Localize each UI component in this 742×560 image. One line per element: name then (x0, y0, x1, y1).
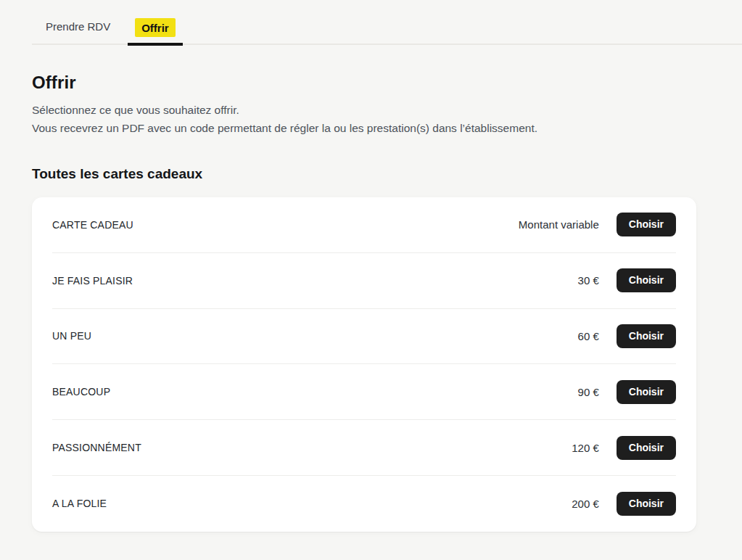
tab-prendre-rdv[interactable]: Prendre RDV (38, 20, 118, 44)
gift-card-amount: 200 € (572, 498, 599, 510)
choisir-button[interactable]: Choisir (617, 324, 676, 348)
gift-card-amount: 60 € (578, 330, 599, 342)
choisir-button[interactable]: Choisir (617, 380, 676, 404)
choisir-button[interactable]: Choisir (617, 492, 676, 516)
gift-card-row: CARTE CADEAU Montant variable Choisir (52, 197, 676, 253)
gift-card-name: PASSIONNÉMENT (52, 442, 572, 453)
gift-card-row: JE FAIS PLAISIR 30 € Choisir (52, 253, 676, 309)
choisir-button[interactable]: Choisir (617, 213, 676, 236)
gift-card-amount: 30 € (578, 274, 599, 287)
tab-bar: Prendre RDV Offrir (32, 0, 742, 45)
gift-card-name: JE FAIS PLAISIR (52, 275, 578, 287)
gift-card-name: CARTE CADEAU (52, 219, 519, 231)
choisir-button[interactable]: Choisir (617, 436, 676, 460)
choisir-button[interactable]: Choisir (617, 268, 676, 292)
gift-card-row: PASSIONNÉMENT 120 € Choisir (52, 420, 676, 476)
gift-card-list: CARTE CADEAU Montant variable Choisir JE… (32, 197, 696, 532)
gift-card-row: UN PEU 60 € Choisir (52, 309, 676, 365)
section-title: Toutes les cartes cadeaux (32, 166, 696, 182)
page-description-line1: Sélectionnez ce que vous souhaitez offri… (32, 104, 239, 116)
gift-card-amount: 120 € (572, 442, 599, 454)
page-description-line2: Vous recevrez un PDF avec un code permet… (32, 122, 537, 134)
gift-card-amount: 90 € (578, 386, 599, 398)
page-description: Sélectionnez ce que vous souhaitez offri… (32, 101, 696, 137)
gift-card-row: A LA FOLIE 200 € Choisir (52, 476, 676, 532)
gift-card-amount: Montant variable (519, 218, 599, 231)
page-title: Offrir (32, 73, 696, 93)
tab-prendre-rdv-label: Prendre RDV (46, 20, 110, 33)
gift-card-name: A LA FOLIE (52, 498, 572, 509)
gift-card-row: BEAUCOUP 90 € Choisir (52, 364, 676, 420)
tab-offrir[interactable]: Offrir (128, 22, 183, 46)
tab-offrir-label: Offrir (135, 18, 176, 37)
gift-card-name: UN PEU (52, 330, 578, 342)
gift-card-name: BEAUCOUP (52, 386, 578, 398)
main-content: Offrir Sélectionnez ce que vous souhaite… (32, 73, 696, 532)
